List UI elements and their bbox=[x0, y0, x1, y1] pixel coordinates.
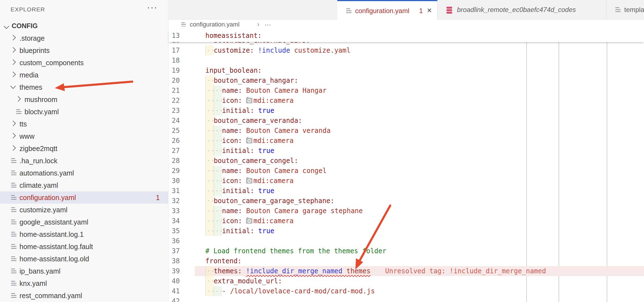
code-line-18[interactable]: 18 bbox=[169, 55, 644, 65]
sidebar-item-ip-bans-yaml[interactable]: ip_bans.yaml bbox=[0, 265, 168, 277]
breadcrumb-file[interactable]: configuration.yaml bbox=[190, 21, 240, 28]
sidebar-item-google-assistant-yaml[interactable]: google_assistant.yaml bbox=[0, 216, 168, 228]
sidebar-item-home-assistant-log-fault[interactable]: home-assistant.log.fault bbox=[0, 240, 168, 253]
line-number: 34 bbox=[169, 216, 180, 226]
token-key: icon: bbox=[222, 97, 246, 104]
line-content: extra_module_url: bbox=[205, 276, 282, 286]
code-lines: 17customize: !include customize.yaml1819… bbox=[169, 45, 644, 302]
code-line-33[interactable]: 33name: Bouton Camera garage stephane bbox=[169, 206, 644, 216]
token-bool: true bbox=[258, 107, 274, 115]
indent-guide bbox=[214, 136, 222, 146]
token-value: mdi:camera bbox=[253, 177, 294, 185]
code-line-20[interactable]: 20bouton_camera_hangar: bbox=[169, 76, 644, 86]
code-line-32[interactable]: 32bouton_camera_garage_stephane: bbox=[169, 196, 644, 206]
code-line-17[interactable]: 17customize: !include customize.yaml bbox=[169, 45, 644, 55]
line-number: 36 bbox=[169, 236, 180, 246]
sidebar-item-label: home-assistant.log.old bbox=[19, 255, 89, 263]
breadcrumb-ellipsis[interactable]: … bbox=[264, 19, 271, 27]
token-key: bouton_camera_veranda: bbox=[214, 117, 302, 125]
tab-broadlink-remote-ec0baefc474d-codes[interactable]: broadlink_remote_ec0baefc474d_codes bbox=[437, 0, 606, 20]
sidebar-item-home-assistant-log-old[interactable]: home-assistant.log.old bbox=[0, 253, 168, 265]
sidebar-item-blueprints[interactable]: blueprints bbox=[0, 44, 168, 57]
file-icon bbox=[11, 256, 16, 262]
line-content: bouton_camera_congel: bbox=[205, 156, 298, 166]
code-line-37[interactable]: 37# Load frontend themes from the themes… bbox=[169, 246, 644, 256]
sidebar-item-tts[interactable]: tts bbox=[0, 118, 168, 130]
sidebar-item-themes[interactable]: themes bbox=[0, 81, 168, 93]
sidebar-item--ha-run-lock[interactable]: .ha_run.lock bbox=[0, 155, 168, 167]
sidebar-item-label: rest_command.yaml bbox=[19, 292, 82, 300]
sticky-scroll-line[interactable]: 13 homeassistant: bbox=[169, 30, 644, 42]
sidebar-item-label: climate.yaml bbox=[19, 181, 58, 189]
code-editor[interactable]: 17customize: !include customize.yaml1819… bbox=[169, 30, 644, 302]
line-content: input_boolean: bbox=[205, 65, 262, 76]
code-line-23[interactable]: 23initial: true bbox=[169, 106, 644, 116]
code-line-26[interactable]: 26icon: mdi:camera bbox=[169, 136, 644, 146]
sidebar-item-knx-yaml[interactable]: knx.yaml bbox=[0, 277, 168, 289]
indent-guide bbox=[205, 276, 214, 286]
sidebar-item-media[interactable]: media bbox=[0, 69, 168, 81]
sidebar-item-automations-yaml[interactable]: automations.yaml bbox=[0, 167, 168, 179]
token-key: name: bbox=[222, 207, 246, 215]
code-line-19[interactable]: 19input_boolean: bbox=[169, 65, 644, 76]
indent-guide bbox=[205, 96, 214, 106]
code-line-31[interactable]: 31initial: true bbox=[169, 186, 644, 196]
indent-guide bbox=[214, 186, 222, 196]
line-content: bouton_camera_garage_stephane: bbox=[205, 196, 334, 206]
code-line-29[interactable]: 29name: Bouton Camera congel bbox=[169, 166, 644, 176]
mdi-camera-icon bbox=[246, 178, 252, 184]
code-line-28[interactable]: 28bouton_camera_congel: bbox=[169, 156, 644, 166]
sidebar-item-label: ip_bans.yaml bbox=[19, 267, 60, 275]
token-value: Bouton Camera congel bbox=[246, 167, 326, 175]
token-value: Bouton Camera veranda bbox=[246, 127, 330, 135]
close-icon[interactable]: × bbox=[427, 6, 432, 15]
tab-configuration-yaml[interactable]: configuration.yaml1× bbox=[337, 0, 437, 20]
token-key: input_boolean: bbox=[205, 67, 262, 74]
token-value: mdi:camera bbox=[253, 137, 294, 145]
tab-template-yaml[interactable]: template.yaml bbox=[606, 0, 644, 20]
code-line-30[interactable]: 30icon: mdi:camera bbox=[169, 176, 644, 186]
token-key: initial: bbox=[222, 107, 258, 115]
sidebar-item-climate-yaml[interactable]: climate.yaml bbox=[0, 179, 168, 191]
more-actions-icon[interactable]: ··· bbox=[147, 2, 158, 13]
code-line-34[interactable]: 34icon: mdi:camera bbox=[169, 216, 644, 226]
line-content: customize: !include customize.yaml bbox=[205, 45, 350, 55]
code-line-39[interactable]: 39themes: !include_dir_merge_named theme… bbox=[169, 266, 644, 276]
token-key: initial: bbox=[222, 147, 258, 155]
code-line-40[interactable]: 40extra_module_url: bbox=[169, 276, 644, 286]
indent-guide bbox=[205, 196, 214, 206]
sidebar-item-www[interactable]: www bbox=[0, 130, 168, 142]
sidebar-item-configuration-yaml[interactable]: configuration.yaml1 bbox=[0, 191, 168, 204]
code-line-25[interactable]: 25name: Bouton Camera veranda bbox=[169, 126, 644, 136]
indent-guide bbox=[214, 216, 222, 226]
sidebar-item-custom-components[interactable]: custom_components bbox=[0, 57, 168, 69]
sidebar-item-home-assistant-log-1[interactable]: home-assistant.log.1 bbox=[0, 228, 168, 240]
token-key: icon: bbox=[222, 217, 246, 225]
line-content: icon: mdi:camera bbox=[205, 216, 294, 226]
code-line-35[interactable]: 35initial: true bbox=[169, 226, 644, 236]
sidebar-item-zigbee2mqtt[interactable]: zigbee2mqtt bbox=[0, 142, 168, 155]
sidebar-item-customize-yaml[interactable]: customize.yaml bbox=[0, 204, 168, 216]
code-line-42[interactable]: 42 bbox=[169, 296, 644, 302]
code-line-24[interactable]: 24bouton_camera_veranda: bbox=[169, 116, 644, 126]
mdi-camera-icon bbox=[246, 138, 252, 143]
line-number: 27 bbox=[169, 146, 180, 156]
sidebar-section-config[interactable]: CONFIG bbox=[0, 20, 168, 32]
indent-guide bbox=[205, 186, 214, 196]
sidebar-item-mushroom[interactable]: mushroom bbox=[0, 93, 168, 106]
code-line-41[interactable]: 41- /local/lovelace-card-mod/card-mod.js bbox=[169, 286, 644, 296]
indent-guide bbox=[205, 146, 214, 156]
line-number: 33 bbox=[169, 206, 180, 216]
code-line-21[interactable]: 21name: Bouton Camera Hangar bbox=[169, 86, 644, 96]
code-line-27[interactable]: 27initial: true bbox=[169, 146, 644, 156]
sidebar-item--storage[interactable]: .storage bbox=[0, 32, 168, 44]
sidebar-item-bloctv-yaml[interactable]: bloctv.yaml bbox=[0, 106, 168, 118]
chevron-down-icon bbox=[10, 83, 16, 89]
database-icon bbox=[446, 7, 452, 14]
token-value: Bouton Camera Hangar bbox=[246, 87, 326, 94]
code-line-38[interactable]: 38frontend: bbox=[169, 256, 644, 266]
mdi-camera-icon bbox=[246, 218, 252, 224]
sidebar-item-rest-command-yaml[interactable]: rest_command.yaml bbox=[0, 289, 168, 302]
code-line-22[interactable]: 22icon: mdi:camera bbox=[169, 96, 644, 106]
code-line-36[interactable]: 36 bbox=[169, 236, 644, 246]
